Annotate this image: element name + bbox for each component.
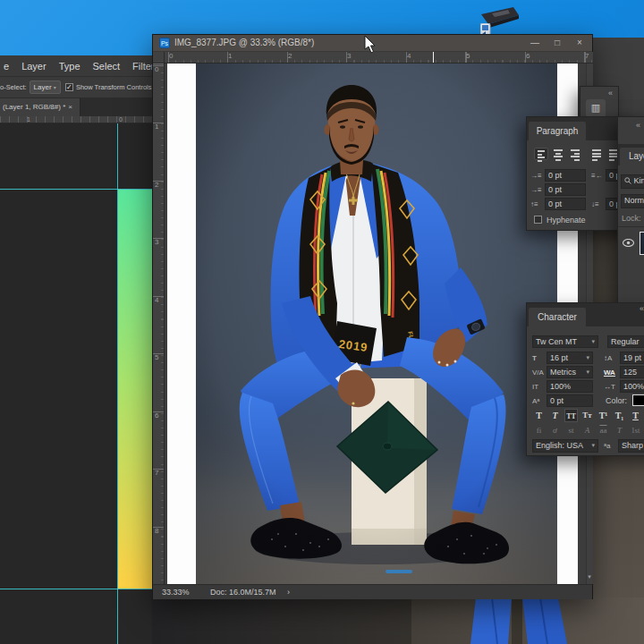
font-size-icon: T: [532, 354, 537, 362]
image-canvas[interactable]: FLO 2019: [167, 64, 578, 584]
lock-label: Lock:: [622, 214, 641, 223]
antialias-icon: ᵃa: [604, 442, 610, 450]
titling-alternates-button[interactable]: T: [613, 425, 626, 436]
ruler-number: 2: [155, 181, 158, 189]
ruler-number: 3: [347, 52, 351, 60]
document-tab[interactable]: (Layer 1, RGB/8#) *×: [0, 98, 80, 116]
background-photo-bottom-dark: [152, 597, 411, 644]
ruler-number: 6: [526, 52, 530, 60]
indent-firstline-field[interactable]: 0 pt: [545, 183, 586, 196]
justify-last-left-button[interactable]: [589, 148, 604, 160]
canvas-area[interactable]: FLO 2019: [165, 64, 586, 584]
tab-character[interactable]: Character: [529, 308, 586, 326]
ruler-number: 1: [27, 116, 30, 123]
antialias-dropdown[interactable]: Sharp: [618, 439, 644, 453]
tracking-field[interactable]: 125: [620, 366, 644, 378]
close-button[interactable]: ×: [569, 35, 590, 51]
menu-item-select[interactable]: Select: [93, 61, 121, 72]
contextual-alternates-button[interactable]: ơ: [548, 425, 562, 436]
collapse-panel-icon[interactable]: «: [636, 121, 640, 130]
swash-button[interactable]: A: [580, 425, 594, 436]
gradient-swatch-bar: [118, 190, 152, 589]
subscript-button[interactable]: T₁: [613, 409, 626, 422]
ruler-number: 3: [155, 238, 158, 246]
faux-bold-button[interactable]: T: [532, 409, 546, 422]
ruler-number: 7: [155, 469, 158, 477]
show-transform-checkbox[interactable]: ✓: [65, 83, 73, 91]
all-caps-button[interactable]: TT: [564, 409, 578, 422]
align-right-button[interactable]: [568, 148, 582, 160]
collapse-panel-icon[interactable]: «: [608, 89, 613, 97]
tab-layers[interactable]: Layers: [620, 148, 644, 165]
space-before-field[interactable]: 0 pt: [545, 198, 586, 210]
menu-item-image-partial[interactable]: e: [4, 61, 9, 72]
layers-search-field[interactable]: Kin: [621, 174, 644, 189]
ruler-number: 0: [155, 65, 158, 73]
text-color-swatch[interactable]: [632, 394, 644, 406]
status-chevron-icon[interactable]: ›: [287, 588, 290, 597]
font-family-dropdown[interactable]: Tw Cen MT▾: [532, 335, 598, 348]
indent-left-field[interactable]: 0 pt: [545, 169, 586, 182]
ordinals-button[interactable]: 1st: [629, 425, 642, 436]
vertical-scale-field[interactable]: 100%: [547, 380, 593, 393]
ruler-number: 8: [155, 527, 158, 535]
horizontal-scale-icon: ↔T: [604, 383, 615, 391]
menu-item-layer[interactable]: Layer: [21, 61, 47, 72]
discretionary-ligatures-button[interactable]: st: [564, 425, 578, 436]
align-left-button[interactable]: [534, 148, 548, 160]
layer-thumbnail[interactable]: [640, 232, 644, 255]
kerning-dropdown[interactable]: Metrics▾: [547, 366, 593, 378]
underline-button[interactable]: T: [629, 409, 642, 422]
vertical-ruler[interactable]: 0 1 2 3 4 5 6 7 8: [153, 64, 165, 584]
layer-visibility-eye-icon[interactable]: [623, 239, 634, 247]
kerning-icon: V/A: [532, 369, 544, 377]
color-label: Color:: [606, 396, 627, 405]
ligatures-button[interactable]: fi: [532, 425, 546, 436]
zoom-level-field[interactable]: 33.33%: [162, 588, 190, 597]
document-title: IMG_8377.JPG @ 33.3% (RGB/8*): [174, 38, 314, 47]
font-style-dropdown[interactable]: Regular: [607, 335, 644, 348]
cursor-arrow: [363, 36, 377, 54]
ruler-corner: [153, 52, 165, 64]
menu-item-type[interactable]: Type: [59, 61, 80, 72]
font-size-field[interactable]: 16 pt▾: [547, 352, 593, 364]
scroll-down-icon[interactable]: ▾: [585, 572, 594, 582]
auto-select-dropdown[interactable]: Layer ▾: [30, 80, 61, 94]
maximize-button[interactable]: □: [547, 35, 568, 51]
leading-icon: ↕A: [604, 354, 612, 362]
blend-mode-dropdown[interactable]: Norma: [621, 194, 644, 208]
tab-paragraph[interactable]: Paragraph: [529, 122, 586, 140]
ruler-number: 0: [119, 116, 123, 123]
collapse-panel-icon[interactable]: «: [640, 304, 644, 313]
align-center-button[interactable]: [551, 148, 565, 160]
leading-field[interactable]: 19 pt: [620, 352, 644, 364]
stylistic-alternates-button[interactable]: aa: [597, 425, 610, 436]
baseline-shift-icon: Aᵃ: [532, 397, 539, 405]
baseline-shift-field[interactable]: 0 pt: [547, 394, 593, 407]
superscript-button[interactable]: T¹: [597, 409, 610, 422]
layers-panel: « Layers Kin Norma Lock:: [617, 116, 644, 311]
panel-dock-icon[interactable]: ▥: [586, 99, 606, 117]
ruler-number: 4: [407, 52, 411, 60]
background-doc-canvas[interactable]: [0, 123, 152, 644]
hyphenate-checkbox[interactable]: ✓: [534, 216, 542, 224]
indent-right-icon: ≡←: [591, 172, 603, 180]
small-caps-button[interactable]: Tᴛ: [580, 409, 594, 422]
faux-italic-button[interactable]: T: [548, 409, 562, 422]
minimize-button[interactable]: —: [524, 35, 546, 51]
menu-item-filter[interactable]: Filter: [132, 61, 154, 72]
show-transform-label: Show Transform Controls: [76, 83, 152, 91]
auto-select-label: o-Select:: [0, 83, 27, 91]
document-tab-strip: (Layer 1, RGB/8#) *×: [0, 98, 152, 116]
ruler-number: 2: [288, 52, 292, 60]
background-photo-bottom: [411, 597, 644, 644]
indent-firstline-icon: →≡: [530, 186, 542, 194]
ruler-number: 6: [155, 411, 158, 419]
horizontal-scale-field[interactable]: 100%: [620, 380, 644, 393]
horizontal-ruler[interactable]: 0 1 2 3 4 5 6 7: [165, 52, 593, 64]
guide-vertical: [117, 123, 118, 644]
background-doc-ruler[interactable]: 1 0: [0, 116, 152, 123]
tab-close-icon[interactable]: ×: [68, 103, 72, 111]
language-dropdown[interactable]: English: USA▾: [532, 439, 598, 453]
file-icon: Ps: [159, 38, 170, 48]
